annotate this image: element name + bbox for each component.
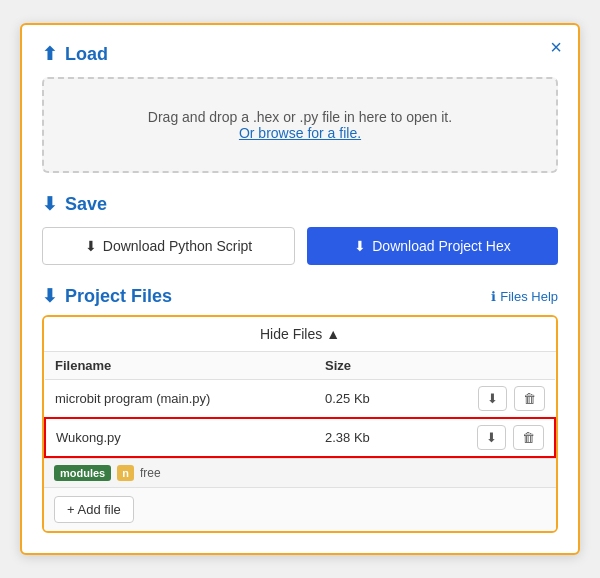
load-title: Load bbox=[65, 44, 108, 65]
project-files-header: ⬇ Project Files ℹ Files Help bbox=[42, 285, 558, 307]
save-buttons: ⬇ Download Python Script ⬇ Download Proj… bbox=[42, 227, 558, 265]
save-icon: ⬇ bbox=[42, 193, 57, 215]
download-hex-icon: ⬇ bbox=[354, 238, 366, 254]
project-files-icon: ⬇ bbox=[42, 285, 57, 307]
download-python-icon: ⬇ bbox=[85, 238, 97, 254]
download-python-button[interactable]: ⬇ Download Python Script bbox=[42, 227, 295, 265]
free-text: free bbox=[140, 466, 161, 480]
files-help-link[interactable]: ℹ Files Help bbox=[491, 289, 558, 304]
files-table: Filename Size microbit program (main.py)… bbox=[44, 352, 556, 458]
download-hex-button[interactable]: ⬇ Download Project Hex bbox=[307, 227, 558, 265]
download-python-label: Download Python Script bbox=[103, 238, 252, 254]
n-badge: n bbox=[117, 465, 134, 481]
drop-zone[interactable]: Drag and drop a .hex or .py file in here… bbox=[42, 77, 558, 173]
dialog: × ⬆ Load Drag and drop a .hex or .py fil… bbox=[20, 23, 580, 555]
hide-files-label: Hide Files ▲ bbox=[260, 326, 340, 342]
files-panel: Hide Files ▲ Filename Size microbit prog… bbox=[42, 315, 558, 533]
file-name: Wukong.py bbox=[45, 418, 315, 457]
table-row: Wukong.py2.38 Kb ⬇ 🗑 bbox=[45, 418, 555, 457]
file-size: 0.25 Kb bbox=[315, 380, 415, 419]
modules-badge: modules bbox=[54, 465, 111, 481]
download-file-button[interactable]: ⬇ bbox=[478, 386, 507, 411]
add-file-button[interactable]: + Add file bbox=[54, 496, 134, 523]
file-size: 2.38 Kb bbox=[315, 418, 415, 457]
file-actions: ⬇ 🗑 bbox=[415, 418, 555, 457]
download-file-button[interactable]: ⬇ bbox=[477, 425, 506, 450]
add-file-label: + Add file bbox=[67, 502, 121, 517]
browse-link[interactable]: Or browse for a file. bbox=[239, 125, 361, 141]
delete-file-button[interactable]: 🗑 bbox=[514, 386, 545, 411]
modules-row: modules n free bbox=[44, 458, 556, 487]
info-icon: ℹ bbox=[491, 289, 496, 304]
save-section-header: ⬇ Save bbox=[42, 193, 558, 215]
delete-file-button[interactable]: 🗑 bbox=[513, 425, 544, 450]
add-file-row: + Add file bbox=[44, 487, 556, 531]
save-title: Save bbox=[65, 194, 107, 215]
hide-files-button[interactable]: Hide Files ▲ bbox=[44, 317, 556, 352]
table-row: microbit program (main.py)0.25 Kb ⬇ 🗑 bbox=[45, 380, 555, 419]
load-section-header: ⬆ Load bbox=[42, 43, 558, 65]
col-size: Size bbox=[315, 352, 415, 380]
close-button[interactable]: × bbox=[550, 37, 562, 57]
project-files-title: Project Files bbox=[65, 286, 172, 307]
load-icon: ⬆ bbox=[42, 43, 57, 65]
file-name: microbit program (main.py) bbox=[45, 380, 315, 419]
drop-text: Drag and drop a .hex or .py file in here… bbox=[148, 109, 452, 125]
files-help-label: Files Help bbox=[500, 289, 558, 304]
col-filename: Filename bbox=[45, 352, 315, 380]
project-files-title-group: ⬇ Project Files bbox=[42, 285, 172, 307]
file-actions: ⬇ 🗑 bbox=[415, 380, 555, 419]
download-hex-label: Download Project Hex bbox=[372, 238, 511, 254]
